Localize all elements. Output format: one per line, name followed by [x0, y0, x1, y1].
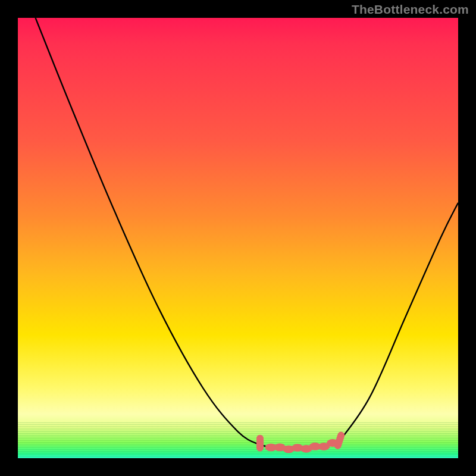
chart-svg [18, 18, 458, 458]
chart-frame: TheBottleneck.com [0, 0, 476, 476]
trough-markers [256, 431, 346, 453]
plot-area [18, 18, 458, 458]
watermark-text: TheBottleneck.com [352, 2, 469, 17]
curve-left-segment [36, 18, 260, 445]
curve-right-segment [339, 203, 458, 441]
trough-marker [256, 435, 264, 452]
